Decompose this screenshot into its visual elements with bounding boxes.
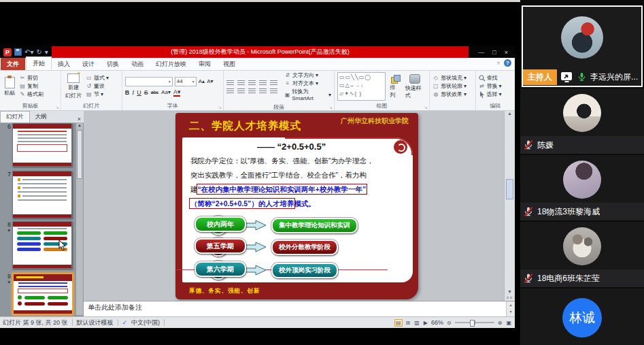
- undo-icon[interactable]: ↶▾: [24, 48, 33, 56]
- italic-button[interactable]: I: [132, 89, 134, 96]
- align-right-icon[interactable]: [248, 88, 256, 94]
- font-name-select[interactable]: ▾: [125, 77, 173, 86]
- canvas-scrollbar[interactable]: ▲ ▼ « »: [504, 111, 515, 301]
- slide-canvas[interactable]: 二、学院人才培养模式 广州华立科技职业学院 —— “2+0.5+0.5” 我院办…: [84, 111, 515, 301]
- current-slide[interactable]: 二、学院人才培养模式 广州华立科技职业学院 —— “2+0.5+0.5” 我院办…: [175, 113, 418, 299]
- font-size-select[interactable]: 44▾: [175, 77, 197, 86]
- reset-button[interactable]: ↺重设: [86, 83, 109, 90]
- notes-pane[interactable]: 单击此处添加备注 ▴▾: [84, 301, 515, 316]
- replace-button[interactable]: ⇄替换▾: [479, 83, 502, 90]
- spellcheck-icon[interactable]: ✓: [122, 319, 128, 326]
- shapes-gallery[interactable]: ▭▭╲╲▭◯ ▭△⌣→↓ ▱✦∿{ }: [337, 72, 386, 101]
- tab-review[interactable]: 审阅: [192, 58, 217, 70]
- tab-file[interactable]: 文件: [1, 58, 25, 70]
- line-spacing-icon[interactable]: [270, 80, 277, 86]
- fit-to-window-icon[interactable]: ▣: [505, 320, 512, 326]
- zoom-in-icon[interactable]: ⊕: [497, 320, 503, 326]
- tab-home[interactable]: 开始: [26, 56, 52, 70]
- slide-thumbnail[interactable]: [12, 123, 72, 167]
- grow-font-button[interactable]: A▴: [199, 78, 205, 84]
- tab-view[interactable]: 视图: [217, 58, 241, 70]
- justify-icon[interactable]: [259, 88, 267, 94]
- zoom-slider[interactable]: [455, 322, 494, 323]
- participant-tile[interactable]: 陈媛: [520, 88, 644, 154]
- zoom-slider-thumb[interactable]: [470, 320, 475, 327]
- tab-slideshow[interactable]: 幻灯片放映: [150, 58, 192, 70]
- format-painter-button[interactable]: ✎格式刷: [19, 91, 44, 98]
- shape-outline-button[interactable]: ▢形状轮廓▾: [433, 83, 467, 90]
- minimize-button[interactable]: —: [478, 49, 484, 56]
- dialog-launcher-icon[interactable]: ↘: [56, 105, 59, 110]
- font-color-button[interactable]: A▾: [173, 88, 181, 97]
- theme-status[interactable]: 默认设计模板: [77, 318, 114, 327]
- bullets-icon[interactable]: [226, 80, 234, 86]
- shrink-font-button[interactable]: A▾: [207, 78, 213, 84]
- slideshow-view-icon[interactable]: ▶: [423, 320, 428, 326]
- help-button[interactable]: ?: [504, 59, 511, 67]
- tab-animations[interactable]: 动画: [125, 58, 150, 70]
- reading-view-icon[interactable]: ▥: [413, 320, 420, 326]
- change-case-button[interactable]: Aa▾: [161, 89, 171, 95]
- redo-icon[interactable]: ↻: [36, 48, 41, 56]
- scrollbar-thumb[interactable]: [506, 179, 513, 199]
- powerpoint-app-icon[interactable]: P: [3, 48, 12, 56]
- save-icon[interactable]: [14, 48, 22, 56]
- next-slide-button[interactable]: »: [509, 297, 515, 299]
- dialog-launcher-icon[interactable]: ↘: [329, 105, 333, 110]
- language-status[interactable]: 中文(中国): [131, 318, 160, 327]
- dialog-launcher-icon[interactable]: ↘: [218, 105, 222, 110]
- notes-scrollbar[interactable]: ▴▾: [506, 301, 515, 316]
- participant-tile[interactable]: 林诚: [520, 289, 644, 345]
- shape-effects-button[interactable]: ◍形状效果▾: [433, 91, 467, 98]
- increase-indent-icon[interactable]: [259, 80, 267, 86]
- strikethrough-button[interactable]: S: [144, 89, 148, 96]
- slide-thumbnail[interactable]: [12, 171, 72, 218]
- close-pane-icon[interactable]: ×: [78, 116, 81, 122]
- quick-styles-button[interactable]: 快速样式: [404, 74, 426, 99]
- maximize-button[interactable]: □: [492, 49, 496, 56]
- participant-tile[interactable]: 18物流3班黎海威: [520, 155, 644, 220]
- text-direction-button[interactable]: ⇵文字方向▾: [284, 72, 331, 79]
- tab-slides-thumbnails[interactable]: 幻灯片: [0, 111, 30, 122]
- tab-transitions[interactable]: 切换: [101, 58, 125, 70]
- minimize-ribbon-icon[interactable]: ▿: [497, 60, 500, 66]
- bold-button[interactable]: B: [125, 89, 130, 96]
- new-slide-button[interactable]: 新建 幻灯片: [64, 73, 83, 99]
- slide-sorter-view-icon[interactable]: ⊞: [405, 320, 411, 326]
- scroll-up-icon[interactable]: ▲: [507, 111, 512, 116]
- qat-customize-icon[interactable]: ▾: [45, 48, 48, 56]
- select-button[interactable]: 选择▾: [479, 91, 502, 98]
- dialog-launcher-icon[interactable]: ↘: [424, 105, 428, 110]
- scrollbar-thumb[interactable]: [77, 130, 82, 179]
- shape-fill-button[interactable]: ◇形状填充▾: [433, 75, 467, 82]
- decrease-indent-icon[interactable]: [248, 80, 256, 86]
- notes-placeholder[interactable]: 单击此处添加备注: [88, 303, 142, 312]
- layout-button[interactable]: ▭版式▾: [86, 75, 109, 82]
- columns-icon[interactable]: [270, 88, 277, 94]
- thumbnail-scrollbar[interactable]: ▲: [76, 123, 83, 315]
- cut-button[interactable]: ✂剪切: [19, 75, 44, 82]
- find-button[interactable]: 查找: [479, 75, 502, 82]
- numbering-icon[interactable]: [237, 80, 245, 86]
- copy-button[interactable]: ▤复制: [19, 83, 44, 90]
- clear-formatting-button[interactable]: abc: [151, 90, 158, 95]
- participant-tile[interactable]: 18电商6班朱芷莹: [520, 222, 644, 287]
- underline-button[interactable]: U: [137, 89, 141, 96]
- tab-outline[interactable]: 大纲: [30, 112, 52, 122]
- scroll-down-icon[interactable]: ▼: [505, 289, 515, 295]
- paste-button[interactable]: 粘贴: [3, 77, 16, 97]
- zoom-out-icon[interactable]: ⊖: [446, 320, 452, 326]
- scroll-up-icon[interactable]: ▲: [76, 123, 83, 127]
- normal-view-icon[interactable]: ▤: [394, 319, 403, 327]
- tab-design[interactable]: 设计: [76, 58, 101, 70]
- tab-insert[interactable]: 插入: [52, 58, 76, 70]
- align-text-button[interactable]: ≡对齐文本▾: [284, 80, 331, 87]
- slide-thumbnail-selected[interactable]: [12, 273, 73, 315]
- arrange-button[interactable]: 排列: [388, 75, 401, 99]
- close-button[interactable]: ×: [505, 49, 508, 56]
- align-center-icon[interactable]: [237, 88, 245, 94]
- section-button[interactable]: ▤节▾: [86, 91, 109, 98]
- participant-tile-host[interactable]: 主持人 李远兴的屏...: [522, 5, 643, 87]
- smartart-button[interactable]: ▣转换为SmartArt▾: [284, 88, 331, 102]
- align-left-icon[interactable]: [226, 88, 234, 94]
